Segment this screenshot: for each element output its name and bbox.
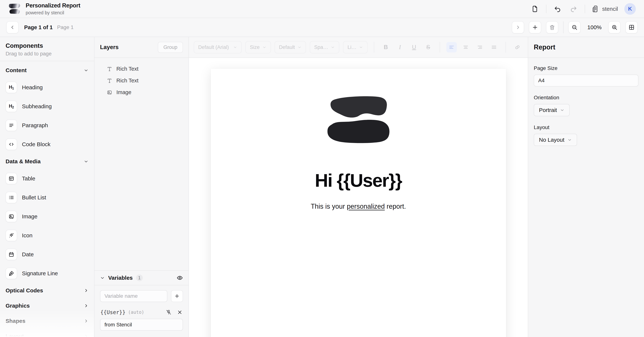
chevron-down-icon — [262, 45, 266, 49]
stencil-logo-bottom-shape — [10, 9, 20, 14]
text-style-dropdown[interactable]: Default — [274, 41, 306, 53]
chevron-right-icon — [84, 334, 88, 337]
text-icon — [107, 66, 112, 72]
zoom-in-button[interactable] — [608, 21, 620, 34]
align-right-button[interactable] — [475, 42, 485, 53]
variable-name-row: {{User}} (auto) — [100, 309, 183, 315]
zoom-level: 100% — [587, 24, 602, 31]
component-bullet-list[interactable]: Bullet List — [0, 188, 94, 207]
page-heading[interactable]: Hi {{User}} — [211, 170, 506, 191]
grid-view-button[interactable] — [626, 21, 638, 34]
layer-rich-text-2[interactable]: Rich Text — [94, 75, 188, 87]
zoom-out-button[interactable] — [568, 21, 580, 34]
section-optical-codes[interactable]: Optical Codes — [0, 283, 94, 298]
layout-select[interactable]: No Layout — [534, 134, 577, 146]
file-icon — [531, 5, 538, 13]
component-icon[interactable]: Icon — [0, 226, 94, 245]
redo-button[interactable] — [569, 4, 578, 14]
section-shapes[interactable]: Shapes — [0, 313, 94, 329]
canvas[interactable]: Hi {{User}} This is your personalized re… — [189, 58, 528, 337]
previous-page-button[interactable] — [6, 21, 18, 34]
layers-panel: Layers Group Rich Text Rich Text Image — [94, 37, 189, 337]
document-meta: Personalized Report powered by stencil — [26, 2, 80, 16]
page-name: Page 1 — [57, 24, 74, 30]
h2-icon: H2 — [6, 101, 17, 112]
group-button[interactable]: Group — [158, 42, 183, 53]
add-page-button[interactable] — [529, 21, 541, 34]
toolbar-divider — [506, 42, 506, 53]
report-title: Report — [534, 43, 555, 51]
bold-button[interactable]: B — [380, 42, 391, 53]
add-variable-button[interactable] — [171, 290, 183, 302]
strikethrough-button[interactable]: S — [423, 42, 433, 53]
h1-icon: H1 — [6, 82, 17, 93]
plus-icon — [174, 293, 180, 299]
delete-variable-button[interactable] — [177, 309, 182, 315]
layers-panel-header: Layers Group — [94, 37, 188, 58]
variables-count-badge: 1 — [136, 274, 143, 281]
workspace-button[interactable]: stencil — [592, 5, 618, 13]
components-subtitle: Drag to add to page — [6, 51, 88, 57]
component-table[interactable]: Table — [0, 169, 94, 188]
variables-header[interactable]: Variables 1 — [94, 270, 188, 285]
variables-body: {{User}} (auto) — [94, 285, 188, 337]
document-page[interactable]: Hi {{User}} This is your personalized re… — [211, 69, 506, 337]
underline-button[interactable]: U — [409, 42, 419, 53]
component-paragraph[interactable]: Paragraph — [0, 116, 94, 135]
page-size-input[interactable] — [534, 75, 638, 87]
variable-value-input[interactable] — [100, 319, 183, 331]
page-paragraph[interactable]: This is your personalized report. — [211, 203, 506, 210]
stencil-logo-large — [325, 95, 392, 148]
component-signature-line[interactable]: Signature Line — [0, 264, 94, 283]
layer-image[interactable]: Image — [94, 87, 188, 98]
italic-button[interactable]: I — [395, 42, 405, 53]
font-size-dropdown[interactable]: Size — [246, 41, 271, 53]
spacing-dropdown[interactable]: Spa… — [310, 41, 339, 53]
link-button[interactable] — [512, 42, 522, 53]
redo-icon — [570, 5, 577, 13]
variable-add-row — [100, 290, 183, 302]
unpin-variable-button[interactable] — [166, 309, 172, 315]
report-panel-header: Report — [528, 37, 644, 58]
section-graphics[interactable]: Graphics — [0, 298, 94, 313]
align-center-button[interactable] — [460, 42, 471, 53]
variable-actions — [166, 309, 182, 315]
avatar[interactable]: K — [624, 3, 636, 15]
component-image[interactable]: Image — [0, 207, 94, 226]
section-data-media[interactable]: Data & Media — [0, 154, 94, 169]
component-subheading[interactable]: H2 Subheading — [0, 97, 94, 116]
printer-icon — [592, 5, 599, 13]
chevron-down-icon — [568, 138, 572, 142]
section-content[interactable]: Content — [0, 63, 94, 78]
orientation-select[interactable]: Portrait — [534, 104, 570, 116]
next-page-button[interactable] — [512, 21, 524, 34]
main-area: Components Drag to add to page Content H… — [0, 37, 644, 337]
header-actions: stencil K — [530, 3, 636, 15]
component-code-block[interactable]: Code Block — [0, 135, 94, 154]
pen-nib-icon — [6, 268, 17, 279]
variable-name-input[interactable] — [100, 290, 167, 302]
document-title: Personalized Report — [26, 2, 80, 9]
section-layout[interactable]: Layout — [0, 329, 94, 337]
align-justify-icon — [491, 44, 497, 50]
layer-rich-text-1[interactable]: Rich Text — [94, 63, 188, 75]
align-justify-button[interactable] — [489, 42, 499, 53]
line-height-dropdown[interactable]: Li… — [343, 41, 368, 53]
font-family-dropdown[interactable]: Default (Arial) — [194, 41, 242, 53]
zoom-in-icon — [611, 24, 618, 31]
toolbar-divider — [374, 42, 374, 53]
variable-auto-badge: (auto) — [128, 310, 144, 315]
new-document-button[interactable] — [530, 4, 540, 14]
align-left-button[interactable] — [446, 42, 457, 53]
variables-visibility-toggle[interactable] — [176, 275, 183, 281]
align-center-icon — [463, 44, 469, 50]
component-heading[interactable]: H1 Heading — [0, 78, 94, 97]
undo-button[interactable] — [553, 4, 562, 14]
pin-off-icon — [166, 309, 172, 315]
zoom-out-icon — [571, 24, 578, 31]
page-indicator: Page 1 of 1 — [24, 24, 52, 31]
component-date[interactable]: Date — [0, 245, 94, 264]
components-title: Components — [6, 42, 88, 49]
logo-top-blob — [330, 96, 387, 118]
delete-page-button[interactable] — [546, 21, 558, 34]
